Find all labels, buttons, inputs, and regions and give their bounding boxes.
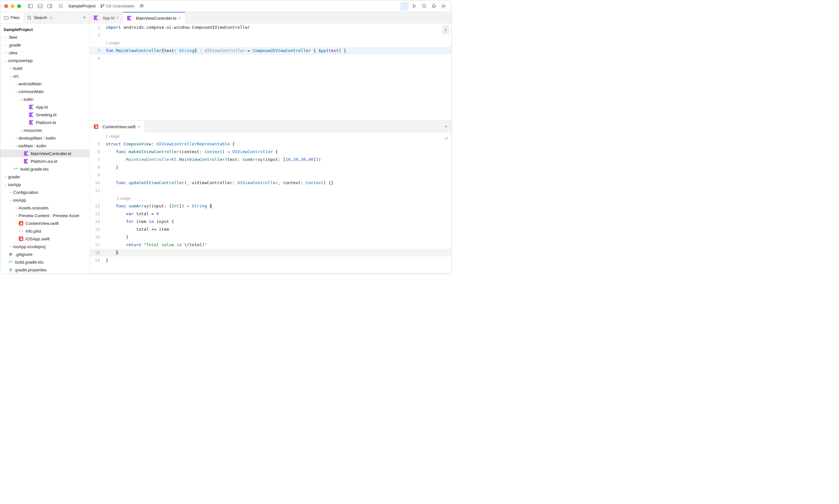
editor-pane-bottom: ContentView.swift × + ✓ 1 usage 5struct …	[90, 121, 451, 274]
tree-node[interactable]: ⌄iosApp	[0, 196, 89, 204]
search-icon	[27, 16, 32, 20]
ai-assist-icon[interactable]	[400, 2, 409, 10]
xml-icon	[18, 229, 23, 234]
tree-node[interactable]: ›Configuration	[0, 188, 89, 196]
panel-bottom-icon[interactable]	[36, 2, 44, 10]
usage-hint[interactable]: 1 usage	[106, 132, 120, 140]
gradle-icon	[8, 259, 13, 265]
search-icon[interactable]	[420, 2, 428, 10]
tree-node[interactable]: ⌄src	[0, 72, 89, 80]
tree-node[interactable]: ›gradle	[0, 173, 89, 181]
usage-hint[interactable]: 1 usage	[106, 195, 131, 202]
gradle-icon	[13, 166, 18, 172]
run-icon[interactable]	[410, 2, 418, 10]
inspection-badge[interactable]: 1	[443, 25, 449, 34]
svg-point-11	[62, 5, 63, 6]
tree-node[interactable]: ›.idea	[0, 49, 89, 56]
titlebar: SampleProject Git Unavailable	[0, 0, 451, 12]
svg-point-21	[422, 4, 425, 7]
tree-file[interactable]: ·Greeting.kt	[0, 111, 89, 119]
add-user-icon[interactable]	[138, 2, 146, 10]
close-window-button[interactable]	[4, 4, 8, 8]
tree-file[interactable]: ·ContentView.swift	[0, 219, 89, 227]
tree-node[interactable]: ›desktopMain / kotlin	[0, 134, 89, 142]
panel-left-icon[interactable]	[26, 2, 35, 10]
swift-icon	[18, 236, 23, 241]
panel-right-icon[interactable]	[46, 2, 54, 10]
code-editor-top[interactable]: 1 1import androidx.compose.ui.window.Com…	[90, 23, 451, 121]
tree-file[interactable]: ·Platform.kt	[0, 119, 89, 126]
window-controls	[4, 4, 21, 8]
project-name[interactable]: SampleProject	[65, 3, 99, 8]
svg-rect-2	[38, 4, 42, 8]
git-branch-icon[interactable]	[99, 2, 106, 10]
tree-node[interactable]: ›.fleet	[0, 33, 89, 41]
tree-file[interactable]: ·.gitignore	[0, 250, 89, 258]
tree-file[interactable]: ·Info.plist	[0, 227, 89, 235]
tree-file[interactable]: ·gradle.properties	[0, 266, 89, 274]
check-icon[interactable]: ✓	[445, 134, 448, 142]
svg-rect-0	[29, 4, 33, 8]
tree-node[interactable]: ⌄iosMain / kotlin	[0, 142, 89, 149]
tree-file-selected[interactable]: ·MainViewController.kt	[0, 149, 89, 157]
tree-node[interactable]: ⌄commonMain	[0, 88, 89, 95]
bell-icon[interactable]	[429, 2, 438, 10]
tree-file[interactable]: ·Platform.ios.kt	[0, 157, 89, 165]
tree-file[interactable]: ·build.gradle.kts	[0, 165, 89, 173]
svg-point-8	[62, 4, 63, 5]
tree-node[interactable]: ›androidMain	[0, 80, 89, 88]
sidebar: Files Search × + SampleProject ›.fleet ›…	[0, 12, 90, 274]
code-editor-bottom[interactable]: ✓ 1 usage 5struct ComposeView: UIViewCon…	[90, 132, 451, 264]
kotlin-icon	[29, 112, 34, 117]
tab-appkt[interactable]: App.kt ×	[90, 12, 123, 23]
svg-line-25	[30, 18, 31, 19]
settings-icon[interactable]	[439, 2, 448, 10]
file-tree: SampleProject ›.fleet ›.gradle ›.idea ⌄c…	[0, 23, 89, 274]
tab-search-label: Search	[34, 15, 47, 20]
minimize-window-button[interactable]	[11, 4, 15, 8]
svg-point-16	[101, 6, 102, 8]
tree-node[interactable]: ›Preview Content / Preview Asset	[0, 212, 89, 219]
kotlin-icon	[23, 159, 29, 164]
svg-point-13	[61, 7, 61, 8]
apps-grid-icon[interactable]	[56, 2, 65, 10]
close-icon[interactable]: ×	[117, 15, 119, 20]
maximize-window-button[interactable]	[17, 4, 21, 8]
tree-file[interactable]: ·App.kt	[0, 103, 89, 111]
tab-contentview[interactable]: ContentView.swift ×	[90, 121, 144, 132]
tree-node[interactable]: ⌄iosApp	[0, 181, 89, 188]
folder-icon	[4, 16, 9, 20]
kotlin-icon	[29, 104, 34, 109]
add-tab-button[interactable]: +	[440, 123, 451, 130]
tree-node[interactable]: ›iosApp.xcodeproj	[0, 242, 89, 250]
kotlin-icon	[29, 120, 34, 125]
tree-file[interactable]: ·build.gradle.kts	[0, 258, 89, 266]
tree-node[interactable]: ›.gradle	[0, 41, 89, 49]
svg-point-9	[59, 5, 59, 6]
svg-rect-4	[48, 4, 52, 8]
tree-node[interactable]: ›resources	[0, 126, 89, 134]
tab-search-close-icon[interactable]: ×	[50, 15, 52, 20]
tree-node[interactable]: ›build	[0, 64, 89, 72]
svg-point-24	[28, 16, 31, 19]
swift-icon	[93, 124, 99, 129]
tree-file[interactable]: ·iOSApp.swift	[0, 235, 89, 242]
close-icon[interactable]: ×	[137, 124, 140, 129]
tab-mainvc[interactable]: MainViewController.kt ×	[123, 12, 185, 23]
svg-point-15	[101, 4, 102, 5]
add-tab-button[interactable]: +	[79, 14, 89, 21]
close-icon[interactable]: ×	[178, 16, 181, 21]
tab-files[interactable]: Files	[0, 12, 23, 23]
tab-search[interactable]: Search ×	[23, 12, 56, 23]
editor-tabs-bottom: ContentView.swift × +	[90, 121, 451, 132]
usage-hint[interactable]: 1 usage	[106, 39, 120, 47]
tree-node[interactable]: ⌄kotlin	[0, 95, 89, 103]
svg-point-17	[103, 4, 104, 5]
tree-node[interactable]: ⌄composeApp	[0, 56, 89, 64]
tree-node[interactable]: ›Assets.xcassets	[0, 204, 89, 212]
git-status[interactable]: Git Unavailable	[106, 3, 138, 8]
svg-point-23	[443, 5, 444, 7]
tree-root[interactable]: SampleProject	[0, 25, 89, 33]
svg-point-14	[62, 7, 63, 8]
kotlin-icon	[23, 151, 29, 156]
